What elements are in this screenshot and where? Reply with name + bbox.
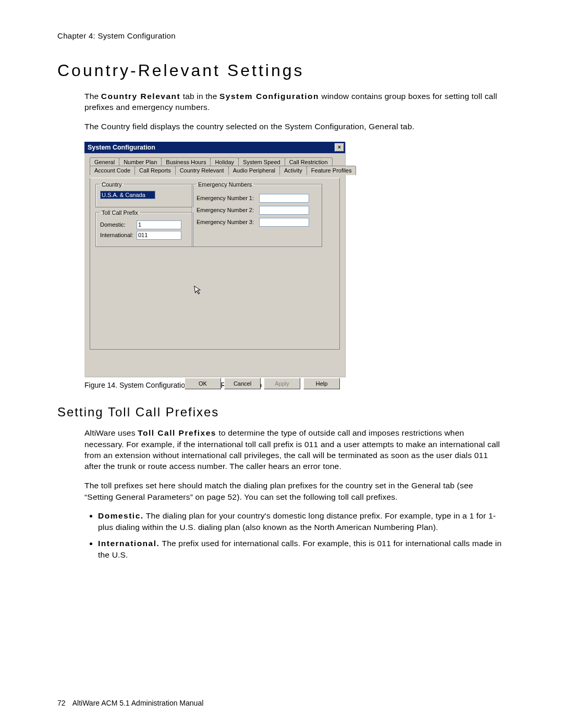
bullet-international: International. The prefix used for inter… [98,538,503,560]
p1-d: System Configuration [219,92,319,101]
emergency-3-input[interactable] [259,218,309,227]
p3-a: AltiWare uses [84,428,138,437]
tab-audio-peripheral[interactable]: Audio Peripheral [228,166,280,175]
bullet-domestic-title: Domestic. [98,511,144,520]
p1-a: The [84,92,101,101]
country-legend: Country [100,181,124,188]
tab-account-code[interactable]: Account Code [90,166,135,175]
p1-b: Country Relevant [101,92,180,101]
p1-c: tab in the [180,92,219,101]
page-number: 72 [57,699,66,707]
tab-system-speed[interactable]: System Speed [238,157,285,166]
tab-call-reports[interactable]: Call Reports [134,166,176,175]
section-title: Country-Relevant Settings [57,61,506,80]
domestic-label: Domestic: [100,221,137,228]
subsection-title: Setting Toll Call Prefixes [57,405,506,419]
ok-button[interactable]: OK [185,378,221,389]
toll-legend: Toll Call Prefix [100,209,140,216]
dialog-footer: OK Cancel Apply Help [90,350,340,372]
apply-button[interactable]: Apply [264,378,300,389]
cursor-icon [194,285,203,297]
tab-business-hours[interactable]: Business Hours [161,157,211,166]
footer-text: AltiWare ACM 5.1 Administration Manual [72,699,204,707]
tab-general[interactable]: General [90,157,119,166]
cancel-button[interactable]: Cancel [224,378,261,389]
help-button[interactable]: Help [303,378,340,389]
bullet-list: Domestic. The dialing plan for your coun… [98,510,503,560]
bullet-international-title: International. [98,539,160,548]
tab-feature-profiles[interactable]: Feature Profiles [307,166,357,175]
emergency-1-label: Emergency Number 1: [197,195,259,201]
emergency-numbers-group: Emergency Numbers Emergency Number 1: Em… [192,181,322,247]
emergency-1-input[interactable] [259,194,309,203]
toll-call-prefix-group: Toll Call Prefix Domestic: International… [95,209,193,247]
international-input[interactable] [137,231,181,240]
bullet-domestic: Domestic. The dialing plan for your coun… [98,510,503,533]
bullet-domestic-text: The dialing plan for your country's dome… [98,511,496,531]
dialog-body: General Number Plan Business Hours Holid… [84,153,345,377]
country-select[interactable]: U.S.A. & Canada [100,191,155,199]
intro-paragraph-1: The Country Relevant tab in the System C… [84,91,503,113]
emergency-legend: Emergency Numbers [197,181,253,188]
p3-b: Toll Call Prefixes [138,428,216,437]
close-icon: × [338,145,341,150]
chapter-header: Chapter 4: System Configuration [57,31,506,40]
emergency-2-label: Emergency Number 2: [197,207,259,213]
dialog-titlebar: System Configuration × [84,142,345,153]
tab-row-2: Account Code Call Reports Country Releva… [90,166,340,175]
international-label: International: [100,232,137,238]
tab-activity[interactable]: Activity [279,166,307,175]
tab-country-relevant[interactable]: Country Relevant [175,166,229,175]
tab-page-country-relevant: Country U.S.A. & Canada Toll Call Prefix… [90,178,340,350]
country-group: Country U.S.A. & Canada [95,181,193,207]
close-button[interactable]: × [335,143,344,152]
paragraph-3: AltiWare uses Toll Call Prefixes to dete… [84,427,503,472]
tab-strip: General Number Plan Business Hours Holid… [90,157,340,175]
tab-holiday[interactable]: Holiday [210,157,239,166]
tab-row-1: General Number Plan Business Hours Holid… [90,157,340,166]
intro-paragraph-2: The Country field displays the country s… [84,121,503,132]
emergency-3-label: Emergency Number 3: [197,219,259,225]
tab-number-plan[interactable]: Number Plan [119,157,162,166]
dialog-title: System Configuration [88,144,155,151]
emergency-2-input[interactable] [259,206,309,215]
page-footer: 72 AltiWare ACM 5.1 Administration Manua… [57,699,203,707]
domestic-input[interactable] [137,220,181,229]
system-configuration-dialog: System Configuration × General Number Pl… [84,142,345,377]
tab-call-restriction[interactable]: Call Restriction [285,157,333,166]
paragraph-4: The toll prefixes set here should match … [84,480,503,502]
